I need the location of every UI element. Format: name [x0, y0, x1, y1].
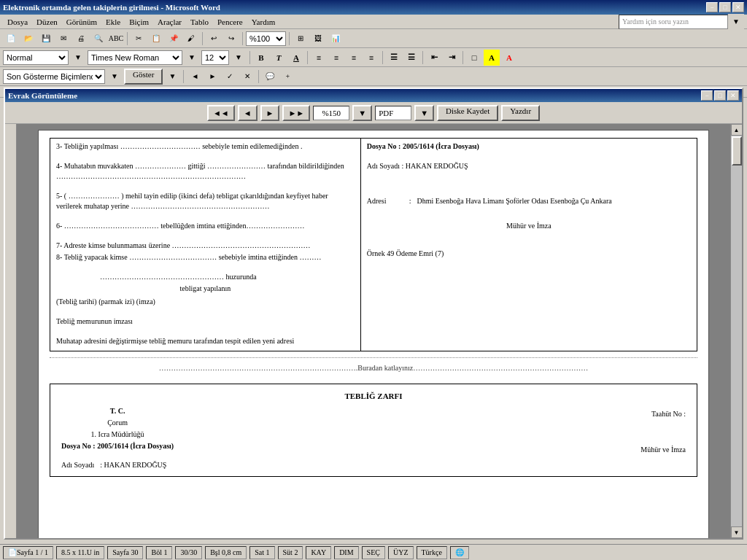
scroll-track[interactable]: [731, 136, 743, 526]
inner-close-button[interactable]: ✕: [727, 90, 739, 101]
inner-minimize-button[interactable]: −: [701, 90, 713, 101]
document-scroll-area[interactable]: 3- Tebliğin yapılması …………………………… sebebi…: [17, 124, 730, 538]
style-select[interactable]: Normal: [3, 50, 69, 65]
align-left[interactable]: ≡: [311, 50, 327, 66]
left-column: 3- Tebliğin yapılması …………………………… sebebi…: [50, 139, 361, 351]
bold-button[interactable]: B: [253, 50, 269, 66]
align-justify[interactable]: ≡: [363, 50, 379, 66]
reject-change[interactable]: ✕: [239, 69, 255, 85]
menu-araclar[interactable]: Araçlar: [153, 16, 186, 28]
save-button[interactable]: 💾: [38, 31, 54, 47]
outside-border[interactable]: □: [466, 50, 482, 66]
scroll-up-button[interactable]: ▲: [731, 124, 743, 136]
inner-title-bar: Evrak Görüntüleme − □ ✕: [5, 89, 742, 102]
last-page-button[interactable]: ►►: [282, 105, 310, 121]
style-dropdown[interactable]: ▼: [70, 50, 86, 66]
redo-button[interactable]: ↪: [223, 31, 239, 47]
menu-tablo[interactable]: Tablo: [186, 16, 213, 28]
spell-button[interactable]: ABC: [108, 31, 124, 47]
menu-gorunum[interactable]: Görünüm: [62, 16, 101, 28]
menu-bicim[interactable]: Biçim: [125, 16, 153, 28]
line-8: 8- Tebliğ yapacak kimse ……………………………… seb…: [56, 252, 355, 262]
page-indicator: 📄 Sayfa 1 / 1: [3, 546, 53, 559]
help-search-button[interactable]: ▼: [728, 14, 744, 30]
fontsize-dropdown[interactable]: ▼: [231, 50, 247, 66]
underline-button[interactable]: A: [288, 50, 304, 66]
new-button[interactable]: 📄: [3, 31, 19, 47]
accept-change[interactable]: ✓: [222, 69, 238, 85]
align-center[interactable]: ≡: [328, 50, 344, 66]
numbers-button[interactable]: ☰: [403, 50, 419, 66]
zoom-display: %150: [313, 106, 349, 120]
font-dropdown[interactable]: ▼: [184, 50, 200, 66]
inner-maximize-button[interactable]: □: [714, 90, 726, 101]
insert-chart[interactable]: 📊: [328, 31, 344, 47]
prev-page-button[interactable]: ◄: [238, 105, 258, 121]
next-page-button[interactable]: ►: [260, 105, 280, 121]
font-select[interactable]: Times New Roman: [88, 50, 182, 65]
paste-button[interactable]: 📌: [166, 31, 182, 47]
show-dropdown[interactable]: ▼: [164, 69, 180, 85]
content-area: 3- Tebliğin yapılması …………………………… sebebi…: [5, 124, 742, 538]
sep2: [202, 32, 203, 45]
undo-button[interactable]: ↩: [206, 31, 222, 47]
insert-table[interactable]: ⊞: [293, 31, 309, 47]
line-4: 4- Muhatabın muvakkaten ………………… gittiği …: [56, 161, 355, 182]
goster-button[interactable]: Göster: [124, 69, 163, 85]
highlight-button[interactable]: A: [484, 50, 500, 66]
italic-button[interactable]: T: [271, 50, 287, 66]
first-page-button[interactable]: ◄◄: [207, 105, 235, 121]
copy-button[interactable]: 📋: [148, 31, 164, 47]
inner-window-title: Evrak Görüntüleme: [8, 91, 77, 100]
menu-pencere[interactable]: Pencere: [213, 16, 247, 28]
styles-select[interactable]: Son Gösterme Biçimlendirmesi: [3, 69, 105, 84]
preview-button[interactable]: 🔍: [90, 31, 107, 47]
taahut-no: Taahüt No :: [640, 409, 686, 419]
font-color[interactable]: A: [501, 50, 517, 66]
insert-image[interactable]: 🖼: [310, 31, 326, 47]
help-search-input[interactable]: Yardım için soru yazın: [619, 15, 728, 29]
align-right[interactable]: ≡: [346, 50, 362, 66]
email-button[interactable]: ✉: [55, 31, 71, 47]
format-dropdown-button[interactable]: ▼: [414, 105, 434, 121]
cut-button[interactable]: ✂: [131, 31, 147, 47]
scroll-thumb[interactable]: [732, 136, 742, 166]
format-painter[interactable]: 🖌: [183, 31, 199, 47]
menu-dosya[interactable]: Dosya: [3, 16, 32, 28]
window-title: Elektronik ortamda gelen takiplerin giri…: [3, 3, 220, 12]
sep10: [183, 70, 184, 83]
insert-comment[interactable]: +: [279, 69, 295, 85]
nav-toolbar: ◄◄ ◄ ► ►► %150 ▼ PDF ▼ Diske Kaydet Yazd…: [5, 102, 742, 124]
maximize-button[interactable]: □: [719, 2, 731, 12]
yeni-adres: Muhatap adresini değiştirmişse tebliğ me…: [56, 336, 355, 346]
zoom-select[interactable]: %100 %150: [246, 31, 286, 46]
sat-pane: Sat 1: [249, 546, 274, 559]
print-button[interactable]: 🖨: [73, 31, 89, 47]
yazdir-button[interactable]: Yazdır: [501, 105, 540, 121]
increase-indent[interactable]: ⇥: [444, 50, 460, 66]
teblig-muhur: Mühür ve İmza: [640, 445, 686, 455]
ornek-line: Örnek 49 Ödeme Emri (7): [367, 249, 691, 259]
fontsize-select[interactable]: 12: [201, 50, 229, 65]
menu-yardim[interactable]: Yardım: [247, 16, 280, 28]
comment-button[interactable]: 💬: [262, 69, 278, 85]
track-prev[interactable]: ◄: [187, 69, 203, 85]
teblig-right-side: Taahüt No : Mühür ve İmza: [640, 409, 686, 469]
zoom-dropdown-button[interactable]: ▼: [352, 105, 372, 121]
open-button[interactable]: 📂: [20, 31, 36, 47]
styles-dropdown[interactable]: ▼: [107, 69, 123, 85]
menu-duzen[interactable]: Düzen: [32, 16, 62, 28]
diske-kaydet-button[interactable]: Diske Kaydet: [437, 105, 498, 121]
minimize-button[interactable]: −: [706, 2, 718, 12]
decrease-indent[interactable]: ⇤: [426, 50, 442, 66]
huzurunda-line: …………………………………………… huzurunda: [100, 272, 355, 282]
scroll-down-button[interactable]: ▼: [731, 526, 743, 538]
teblig-left-side: T. C. Çorum 1. Icra Müdürlüğü Dosya No :…: [61, 406, 174, 469]
bullets-button[interactable]: ☰: [386, 50, 402, 66]
dim-pane: DIM: [334, 546, 358, 559]
close-button[interactable]: ✕: [732, 2, 744, 12]
sep11: [258, 70, 259, 83]
adres-separator: :: [409, 197, 411, 205]
track-next[interactable]: ►: [204, 69, 220, 85]
menu-ekle[interactable]: Ekle: [101, 16, 125, 28]
